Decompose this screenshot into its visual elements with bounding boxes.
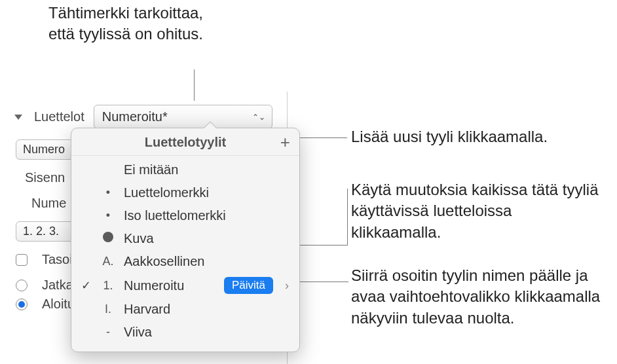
style-name: Luettelomerkki (124, 185, 289, 200)
image-bullet-icon (99, 232, 117, 246)
continue-radio[interactable] (16, 280, 28, 291)
dropdown-value: Numeroitu* (102, 109, 168, 124)
chevron-updown-icon: ⌃⌄ (252, 113, 265, 122)
indent-label: Sisenn (25, 170, 65, 185)
style-name: Kuva (124, 231, 289, 246)
update-style-button[interactable]: Päivitä (224, 277, 273, 294)
leader-line (347, 189, 348, 246)
tiered-checkbox[interactable] (16, 254, 28, 266)
list-style-dropdown[interactable]: Numeroitu* ⌃⌄ (94, 105, 272, 129)
style-item-image[interactable]: Kuva (71, 227, 299, 250)
leader-line (300, 282, 348, 282)
popover-arrow (202, 121, 217, 128)
start-from-radio[interactable] (16, 299, 28, 310)
style-name: Ei mitään (124, 162, 289, 177)
bullet-preview: - (99, 325, 117, 339)
style-item-alphabetic[interactable]: A. Aakkosellinen (71, 250, 299, 273)
style-item-numbered[interactable]: ✓ 1. Numeroitu Päivitä › (71, 273, 299, 298)
popover-header: Luettelotyylit + (71, 128, 299, 156)
callout-add: Lisää uusi tyyli klikkaamalla. (351, 126, 548, 147)
style-name: Harvard (124, 302, 289, 317)
continue-label: Jatka (42, 278, 73, 293)
bullet-preview: • (99, 209, 117, 223)
nume-label: Nume (31, 196, 66, 211)
style-item-bullet[interactable]: • Luettelomerkki (71, 181, 299, 204)
checkmark-icon: ✓ (79, 278, 92, 293)
list-styles-popover: Luettelotyylit + Ei mitään • Luettelomer… (71, 128, 300, 352)
callout-arrow: Siirrä osoitin tyylin nimen päälle ja av… (351, 265, 613, 329)
add-style-button[interactable]: + (280, 134, 290, 151)
style-list: Ei mitään • Luettelomerkki • Iso luettel… (71, 156, 299, 346)
bullet-preview: I. (99, 302, 117, 316)
bullet-preview: 1. (99, 279, 117, 293)
style-item-none[interactable]: Ei mitään (71, 158, 299, 181)
leader-line (299, 137, 347, 138)
bullet-preview: A. (99, 255, 117, 268)
number-type-field[interactable]: Numero (16, 139, 75, 160)
chevron-right-icon[interactable]: › (285, 279, 289, 293)
disclosure-triangle-icon[interactable] (14, 115, 22, 120)
style-item-harvard[interactable]: I. Harvard (71, 298, 299, 321)
callout-asterisk: Tähtimerkki tarkoittaa, että tyylissä on… (33, 3, 203, 45)
style-name: Numeroitu (124, 278, 217, 293)
style-name: Iso luettelomerkki (124, 208, 289, 223)
style-name: Aakkosellinen (124, 254, 289, 269)
popover-title: Luettelotyylit (145, 135, 226, 150)
callout-update: Käytä muutoksia kaikissa tätä tyyliä käy… (351, 179, 600, 243)
style-item-big-bullet[interactable]: • Iso luettelomerkki (71, 204, 299, 227)
style-name: Viiva (124, 325, 289, 340)
lists-label: Luettelot (34, 109, 84, 124)
bullet-preview: • (99, 186, 117, 200)
style-item-dash[interactable]: - Viiva (71, 321, 299, 344)
